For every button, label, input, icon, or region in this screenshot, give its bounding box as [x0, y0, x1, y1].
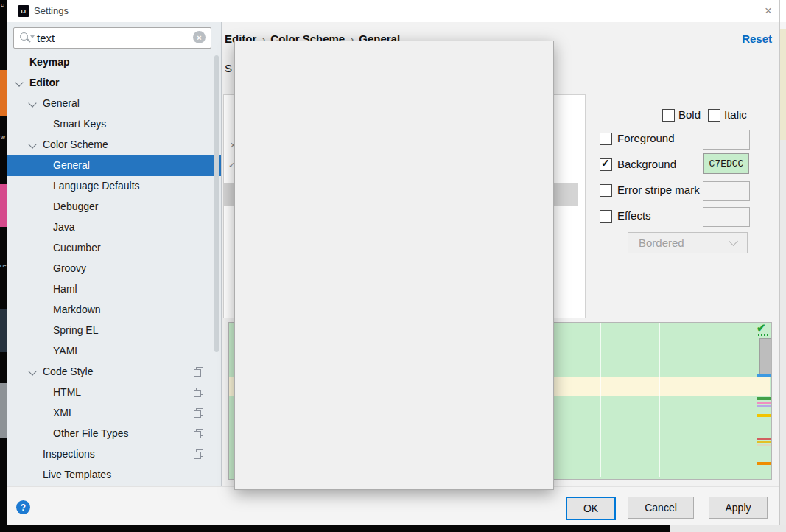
background-window-strip — [779, 0, 786, 22]
desktop-fragment-text: w — [1, 134, 5, 141]
sidebar-item-keymap[interactable]: Keymap — [7, 52, 221, 73]
search-value: text — [37, 32, 55, 44]
stripe-mark — [757, 397, 771, 400]
stripe-mark — [757, 374, 771, 377]
sidebar-item-general[interactable]: General — [7, 94, 221, 114]
sidebar-item-general-selected[interactable]: General — [7, 155, 221, 176]
stripe-mark — [757, 462, 771, 465]
cancel-button[interactable]: Cancel — [628, 497, 694, 519]
sidebar-item-language-defaults[interactable]: Language Defaults — [7, 176, 221, 197]
sidebar-scrollbar[interactable] — [214, 55, 219, 352]
sidebar-item-smart-keys[interactable]: Smart Keys — [7, 114, 221, 135]
background-editor-strip — [779, 29, 786, 140]
stripe-mark — [757, 441, 771, 443]
stripe-mark — [757, 405, 771, 407]
italic-checkbox[interactable] — [708, 109, 720, 122]
sidebar-item-cucumber[interactable]: Cucumber — [7, 238, 221, 259]
inspections-ok-icon: ✔ — [757, 321, 766, 335]
title-bar — [7, 0, 779, 22]
background-checkbox[interactable] — [600, 158, 612, 171]
copy-indicator-icon — [194, 449, 203, 459]
screen: c w ce IJ Settings × text × Keymap Edito… — [0, 0, 786, 532]
foreground-checkbox[interactable] — [600, 133, 612, 145]
effects-label: Effects — [617, 209, 651, 222]
select-color-dialog — [234, 41, 554, 490]
reset-link[interactable]: Reset — [739, 32, 772, 45]
desktop-icon-fragment — [0, 309, 7, 352]
sidebar-item-editor[interactable]: Editor — [7, 73, 221, 94]
apply-button[interactable]: Apply — [709, 497, 768, 519]
sidebar-item-java[interactable]: Java — [7, 217, 221, 238]
error-stripe-label: Error stripe mark — [617, 183, 700, 196]
copy-indicator-icon — [194, 367, 203, 377]
error-stripe-color-field[interactable] — [703, 181, 750, 201]
stripe-mark — [757, 402, 771, 404]
sidebar-item-spring-el[interactable]: Spring EL — [7, 321, 221, 341]
sidebar-item-html[interactable]: HTML — [7, 382, 221, 403]
background-label: Background — [617, 158, 676, 170]
search-filter-caret-icon[interactable] — [30, 35, 35, 38]
chevron-down-icon[interactable] — [28, 367, 36, 375]
background-color-field[interactable]: C7EDCC — [703, 153, 749, 174]
sidebar-item-inspections[interactable]: Inspections — [7, 444, 221, 465]
bold-checkbox[interactable] — [662, 109, 675, 122]
chevron-down-icon[interactable] — [28, 99, 36, 107]
effects-checkbox[interactable] — [600, 210, 612, 223]
sidebar-item-yaml[interactable]: YAML — [7, 341, 221, 362]
foreground-color-field[interactable] — [703, 130, 750, 150]
stripe-mark — [757, 414, 771, 417]
sidebar-item-haml[interactable]: Haml — [7, 279, 221, 300]
sidebar-item-debugger[interactable]: Debugger — [7, 197, 221, 217]
background-window-strip — [779, 22, 786, 29]
stripe-mark — [757, 444, 771, 446]
foreground-label: Foreground — [617, 132, 675, 144]
italic-label: Italic — [724, 108, 747, 121]
ok-button[interactable]: OK — [566, 497, 616, 520]
intellij-logo-icon: IJ — [18, 5, 29, 17]
preview-indent-guide — [659, 323, 660, 477]
copy-indicator-icon — [194, 429, 203, 438]
search-clear-icon[interactable]: × — [193, 31, 206, 43]
window-close-icon[interactable]: × — [760, 3, 776, 19]
chevron-down-icon[interactable] — [28, 140, 36, 148]
desktop-icon-fragment — [0, 70, 7, 116]
desktop-fragment-text: c — [1, 1, 4, 8]
sidebar-item-color-scheme[interactable]: Color Scheme — [7, 135, 221, 155]
effects-color-field[interactable] — [703, 207, 750, 227]
desktop-fragment-text: ce — [0, 262, 6, 269]
copy-indicator-icon — [194, 408, 203, 418]
chevron-down-icon — [729, 237, 738, 246]
background-window-strip — [779, 140, 786, 525]
error-stripe-checkbox[interactable] — [600, 184, 612, 197]
copy-indicator-icon — [194, 388, 203, 397]
sidebar-item-xml[interactable]: XML — [7, 403, 221, 424]
desktop-icon-fragment — [0, 383, 7, 438]
sidebar-item-other-file-types[interactable]: Other File Types — [7, 424, 221, 444]
inspections-ok-zigzag — [758, 334, 768, 336]
stripe-mark — [757, 438, 771, 440]
preview-scrollbar-thumb[interactable] — [759, 338, 771, 374]
background-window-strip — [670, 525, 786, 532]
preview-indent-guide — [600, 323, 601, 477]
effects-style-dropdown: Bordered — [628, 232, 748, 253]
sidebar-item-live-templates[interactable]: Live Templates — [7, 465, 221, 486]
help-button[interactable]: ? — [16, 500, 30, 514]
window-title: Settings — [34, 5, 69, 16]
sidebar-item-code-style[interactable]: Code Style — [7, 362, 221, 382]
bold-label: Bold — [678, 108, 701, 121]
desktop-icon-fragment — [0, 184, 7, 227]
sidebar-item-groovy[interactable]: Groovy — [7, 259, 221, 279]
scheme-label-partial: S — [225, 62, 232, 74]
chevron-down-icon[interactable] — [15, 78, 23, 86]
sidebar-item-markdown[interactable]: Markdown — [7, 300, 221, 321]
